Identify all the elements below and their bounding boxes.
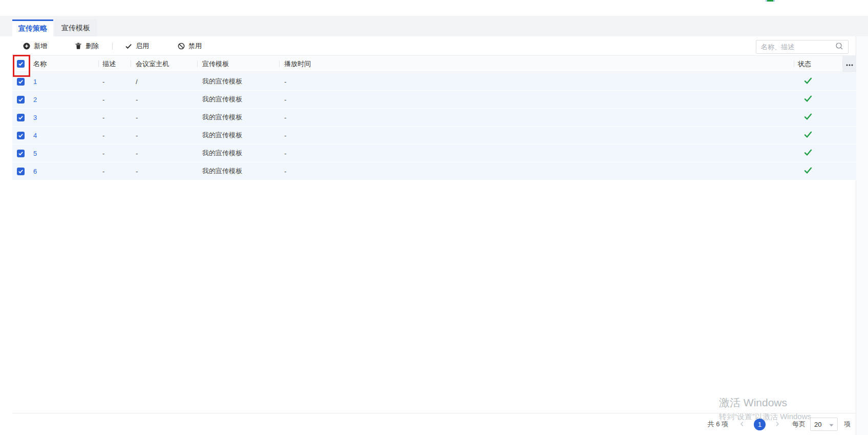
column-header-play-time[interactable]: 播放时间: [279, 56, 794, 72]
column-header-status[interactable]: 状态: [794, 56, 842, 72]
green-check-icon: [798, 167, 812, 176]
caret-down-icon: [829, 421, 834, 428]
ellipsis-icon: [846, 60, 853, 68]
row-host: /: [131, 73, 197, 90]
row-host: -: [131, 127, 197, 144]
chevron-right-icon: [775, 421, 780, 428]
toolbar: 新增 删除 启用 禁用: [12, 36, 849, 55]
annotation-highlight-box: [13, 55, 30, 77]
row-host: -: [131, 91, 197, 108]
row-desc: -: [98, 162, 131, 180]
row-play-time: -: [279, 162, 794, 180]
row-checkbox[interactable]: [17, 78, 25, 86]
add-button[interactable]: 新增: [23, 42, 47, 51]
row-status: [794, 144, 842, 162]
row-status: [794, 73, 842, 90]
per-page-value: 20: [814, 421, 821, 428]
row-host: -: [131, 162, 197, 180]
row-desc: -: [98, 127, 131, 144]
tab-bar: 宣传策略 宣传模板: [0, 16, 868, 36]
row-name-link[interactable]: 6: [33, 168, 37, 175]
row-status: [794, 109, 842, 126]
row-status: [794, 162, 842, 180]
table-body: 1 - / 我的宣传模板 - 2 - - 我的宣传模板 - 3: [12, 73, 856, 180]
row-play-time: -: [279, 127, 794, 144]
row-name-link[interactable]: 1: [33, 78, 37, 86]
row-checkbox[interactable]: [17, 96, 25, 103]
row-host: -: [131, 109, 197, 126]
row-status: [794, 127, 842, 144]
row-play-time: -: [279, 91, 794, 108]
disable-button[interactable]: 禁用: [178, 42, 202, 51]
column-header-host[interactable]: 会议室主机: [131, 56, 197, 72]
row-checkbox[interactable]: [17, 114, 25, 121]
delete-button-label: 删除: [86, 42, 99, 51]
row-template: 我的宣传模板: [197, 127, 279, 144]
row-template: 我的宣传模板: [197, 109, 279, 126]
table-row[interactable]: 5 - - 我的宣传模板 -: [12, 144, 856, 162]
prev-page-button[interactable]: [737, 421, 747, 428]
app-screen: 宣传策略 宣传模板 新增 删除: [0, 0, 868, 435]
row-checkbox[interactable]: [17, 150, 25, 157]
plus-circle-icon: [23, 43, 30, 50]
pagination-bar: 共 6 项 1 每页 20 项: [12, 413, 856, 435]
main-panel: 新增 删除 启用 禁用: [0, 36, 856, 435]
per-page-select[interactable]: 20: [810, 418, 838, 431]
row-template: 我的宣传模板: [197, 144, 279, 162]
row-checkbox[interactable]: [17, 168, 25, 175]
row-template: 我的宣传模板: [197, 91, 279, 108]
tab-label: 宣传策略: [18, 24, 47, 33]
tab-label: 宣传模板: [61, 24, 90, 33]
row-status: [794, 91, 842, 108]
tab-promotion-template[interactable]: 宣传模板: [54, 19, 97, 36]
row-desc: -: [98, 109, 131, 126]
table-row[interactable]: 4 - - 我的宣传模板 -: [12, 127, 856, 144]
column-header-template[interactable]: 宣传模板: [197, 56, 279, 72]
enable-button[interactable]: 启用: [125, 42, 149, 51]
scrollbar-gutter[interactable]: [856, 36, 868, 435]
row-desc: -: [98, 73, 131, 90]
row-name-link[interactable]: 4: [33, 132, 37, 139]
trash-icon: [75, 43, 82, 50]
magnifier-icon[interactable]: [835, 42, 843, 52]
enable-button-label: 启用: [136, 42, 149, 51]
green-check-icon: [798, 149, 812, 158]
row-host: -: [131, 144, 197, 162]
top-strip: [0, 0, 868, 16]
top-edge-artifact: [766, 0, 775, 2]
column-header-name[interactable]: 名称: [29, 56, 98, 72]
add-button-label: 新增: [34, 42, 47, 51]
table-row[interactable]: 2 - - 我的宣传模板 -: [12, 91, 856, 109]
next-page-button[interactable]: [773, 421, 782, 428]
toolbar-divider: [112, 43, 113, 50]
table-row[interactable]: 6 - - 我的宣传模板 -: [12, 162, 856, 180]
green-check-icon: [798, 131, 812, 140]
row-name-link[interactable]: 5: [33, 150, 37, 157]
row-play-time: -: [279, 109, 794, 126]
per-page-label: 每页: [792, 420, 806, 429]
row-template: 我的宣传模板: [197, 73, 279, 90]
table-row[interactable]: 3 - - 我的宣传模板 -: [12, 109, 856, 127]
search-input[interactable]: [761, 43, 835, 51]
chevron-left-icon: [739, 421, 745, 428]
page-number-button[interactable]: 1: [754, 419, 766, 430]
pagination-total: 共 6 项: [708, 420, 728, 429]
row-template: 我的宣传模板: [197, 162, 279, 180]
search-box: [756, 40, 849, 54]
row-name-link[interactable]: 2: [33, 96, 37, 103]
column-header-desc[interactable]: 描述: [98, 56, 131, 72]
row-play-time: -: [279, 144, 794, 162]
table-row[interactable]: 1 - / 我的宣传模板 -: [12, 73, 856, 91]
tab-promotion-strategy[interactable]: 宣传策略: [12, 19, 53, 36]
row-desc: -: [98, 144, 131, 162]
delete-button[interactable]: 删除: [75, 42, 99, 51]
column-settings-button[interactable]: [842, 56, 856, 72]
green-check-icon: [798, 113, 812, 122]
disable-button-label: 禁用: [188, 42, 202, 51]
green-check-icon: [798, 95, 812, 104]
row-desc: -: [98, 91, 131, 108]
green-check-icon: [798, 77, 812, 86]
row-checkbox[interactable]: [17, 132, 25, 139]
row-name-link[interactable]: 3: [33, 114, 37, 121]
ban-icon: [178, 43, 185, 50]
